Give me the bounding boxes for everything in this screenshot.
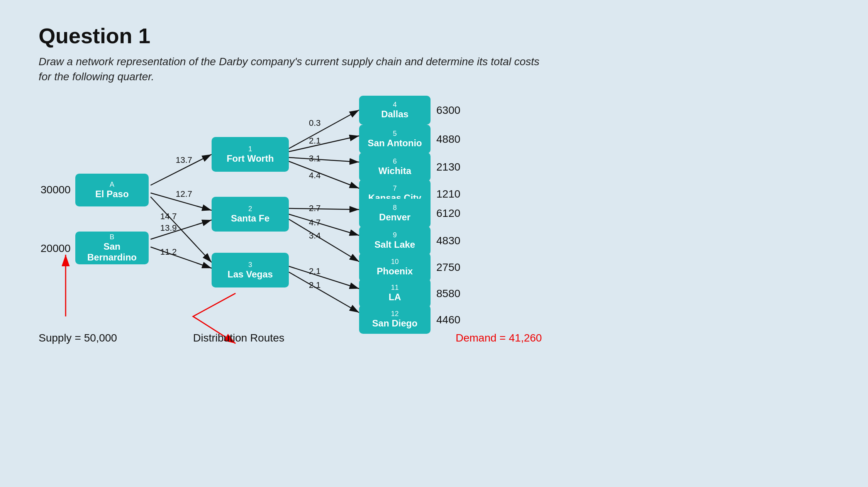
demand-san-diego: 4460 [436,314,460,326]
svg-line-14 [289,219,359,262]
svg-line-12 [289,208,359,210]
node-salt-lake: 9 Salt Lake [359,226,431,255]
distribution-routes-label: Distribution Routes [193,332,285,344]
node-la: 11 LA [359,279,431,308]
node-san-diego: 12 San Diego [359,305,431,334]
svg-line-6 [151,220,212,239]
node-san-antonio: 5 San Antonio [359,125,431,154]
edge-label-a-3: 14.7 [160,211,177,222]
svg-line-7 [151,247,212,268]
page-subtitle: Draw a network representation of the Dar… [39,54,541,84]
supply-30000: 30000 [41,184,71,196]
svg-line-9 [289,136,359,152]
edge-label-3-12: 2.1 [309,280,321,290]
supply-20000: 20000 [41,242,71,255]
edge-label-a-1: 13.7 [176,155,192,165]
edge-label-1-5: 2.1 [309,136,321,146]
demand-denver: 6120 [436,207,460,220]
svg-line-5 [151,197,212,262]
supply-total-label: Supply = 50,000 [39,332,117,344]
svg-line-10 [289,157,359,162]
edge-label-2-10: 3.4 [309,231,321,241]
demand-phoenix: 2750 [436,261,460,274]
edge-label-2-8: 2.7 [309,203,321,213]
svg-line-16 [289,272,359,313]
demand-kansas-city: 1210 [436,188,460,200]
node-las-vegas: 3 Las Vegas [212,253,289,287]
edge-label-2-9: 4.7 [309,218,321,228]
node-phoenix: 10 Phoenix [359,253,431,282]
node-wichita: 6 Wichita [359,152,431,181]
demand-dallas: 6300 [436,104,460,117]
edge-label-b-2: 13.9 [160,223,177,233]
svg-line-11 [289,161,359,188]
node-dallas: 4 Dallas [359,96,431,125]
edge-label-1-4: 0.3 [309,118,321,128]
edge-label-3-11: 2.1 [309,266,321,276]
svg-line-8 [289,110,359,149]
edge-label-1-6: 3.1 [309,154,321,164]
demand-wichita: 2130 [436,161,460,173]
demand-san-antonio: 4880 [436,133,460,145]
page-title: Question 1 [39,23,150,48]
demand-total-label: Demand = 41,260 [456,332,542,344]
demand-la: 8580 [436,287,460,300]
node-denver: 8 Denver [359,199,431,228]
node-el-paso: A El Paso [75,174,149,206]
svg-line-15 [289,266,359,289]
demand-salt-lake: 4830 [436,235,460,247]
svg-line-13 [289,214,359,235]
edge-label-a-2: 12.7 [176,189,192,199]
node-fort-worth: 1 Fort Worth [212,137,289,172]
edge-label-b-3: 11.2 [160,247,177,257]
node-san-bernardino: B San Bernardino [75,232,149,264]
edge-label-1-7: 4.4 [309,171,321,181]
node-santa-fe: 2 Santa Fe [212,197,289,232]
